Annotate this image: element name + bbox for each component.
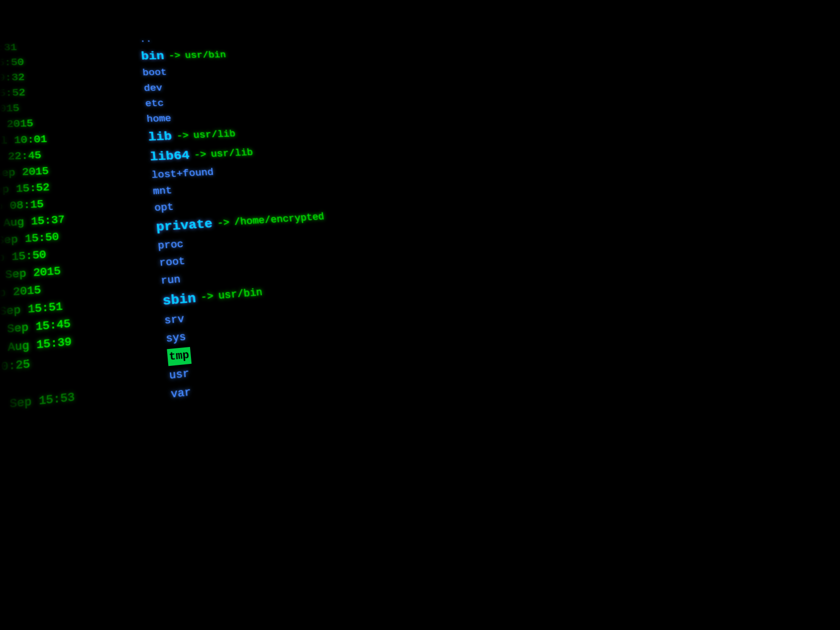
fade-top [0,0,840,48]
fade-bottom [0,543,840,630]
terminal-screen: Sep 15:53 Sep 2015 9. Sep 09:31 21. Sep … [0,0,840,630]
terminal-content: Sep 15:53 Sep 2015 9. Sep 09:31 21. Sep … [0,12,589,630]
fade-right [743,0,840,630]
right-column: .. bin -> usr/bin boot dev etc home lib [139,30,521,406]
fade-left [0,0,39,630]
